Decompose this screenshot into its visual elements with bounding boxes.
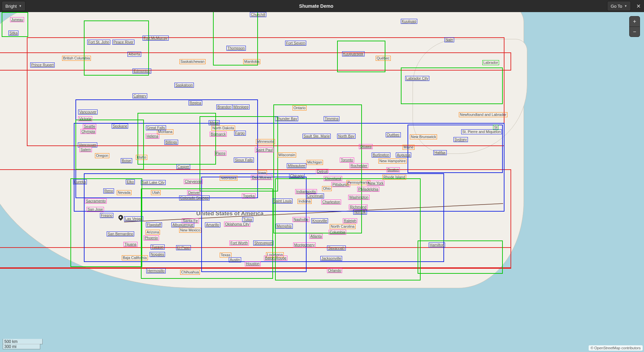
- map-style-dropdown[interactable]: Bright ▼: [2, 1, 25, 11]
- scale-km: 500 km: [3, 339, 43, 344]
- chevron-down-icon: ▼: [624, 4, 627, 8]
- goto-dropdown[interactable]: Go To ▼: [607, 1, 631, 11]
- map-viewport[interactable]: + − 500 km 300 mi © OpenStreetMap contri…: [0, 12, 644, 352]
- map-style-label: Bright: [5, 4, 17, 9]
- goto-label: Go To: [611, 4, 622, 9]
- header-bar: Bright ▼ Shumate Demo Go To ▼ ✕: [0, 0, 644, 12]
- close-button[interactable]: ✕: [633, 0, 644, 12]
- zoom-control: + −: [629, 16, 640, 37]
- attribution: © OpenStreetMap contributors: [589, 345, 643, 351]
- window-title: Shumate Demo: [27, 3, 605, 9]
- zoom-in-button[interactable]: +: [630, 16, 640, 27]
- scale-mi: 300 mi: [3, 344, 40, 349]
- scale-bar: 500 km 300 mi: [3, 339, 43, 349]
- zoom-out-button[interactable]: −: [630, 27, 640, 37]
- chevron-down-icon: ▼: [19, 4, 22, 8]
